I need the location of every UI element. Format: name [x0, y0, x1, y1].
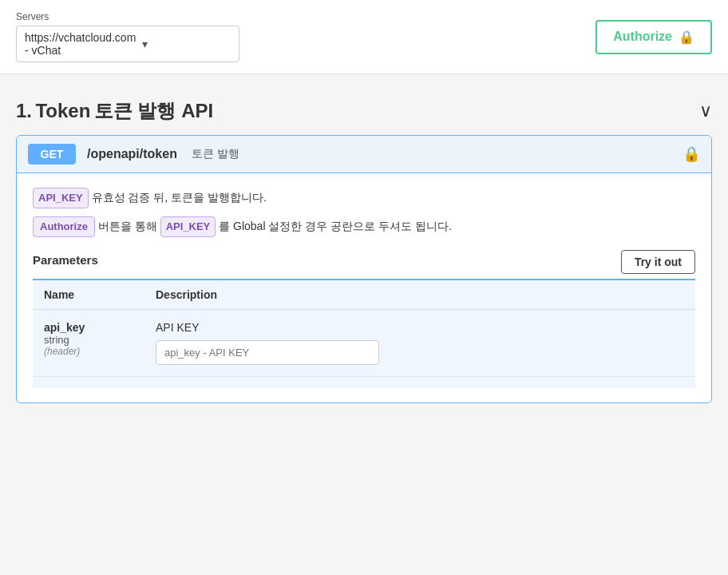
- api-key-badge-1: API_KEY: [33, 188, 89, 208]
- section-subtitle: 토큰 발행 API: [94, 100, 213, 121]
- authorize-inline-badge[interactable]: Authorize: [33, 216, 95, 237]
- http-method-badge: GET: [28, 144, 76, 165]
- main-content: 1. Token 토큰 발행 API ∨ GET /openapi/token …: [0, 74, 728, 575]
- parameters-table: Name Description api_key string (header)…: [33, 280, 695, 388]
- section-header: 1. Token 토큰 발행 API ∨: [16, 90, 712, 135]
- section-number: 1.: [16, 100, 32, 121]
- desc-text-2b: 를 Global 설정한 경우 공란으로 두셔도 됩니다.: [219, 220, 452, 232]
- table-row: api_key string (header) API KEY: [33, 310, 695, 377]
- endpoint-body: API_KEY 유효성 검증 뒤, 토큰을 발행합니다. Authorize 버…: [17, 173, 711, 402]
- lock-icon: 🔒: [679, 30, 694, 45]
- authorize-button[interactable]: Authorize 🔒: [595, 20, 712, 54]
- server-select[interactable]: https://vchatcloud.com - vChat ▾: [16, 26, 239, 62]
- description-line-2: Authorize 버튼을 통해 API_KEY 를 Global 설정한 경우…: [33, 216, 695, 237]
- params-tab-header: Parameters Try it out: [33, 250, 695, 280]
- endpoint-path: /openapi/token: [87, 147, 177, 161]
- col-description-header: Description: [156, 288, 684, 301]
- servers-section: Servers https://vchatcloud.com - vChat ▾: [16, 11, 239, 62]
- parameters-tab[interactable]: Parameters: [33, 253, 98, 272]
- header: Servers https://vchatcloud.com - vChat ▾…: [0, 0, 728, 74]
- api-key-badge-2: API_KEY: [160, 216, 216, 237]
- try-it-out-button[interactable]: Try it out: [621, 250, 695, 274]
- endpoint-block: GET /openapi/token 토큰 발행 🔒 API_KEY 유효성 검…: [16, 135, 712, 403]
- server-value: https://vchatcloud.com - vChat: [25, 31, 136, 57]
- desc-text-1: 유효성 검증 뒤, 토큰을 발행합니다.: [92, 191, 267, 204]
- endpoint-header: GET /openapi/token 토큰 발행 🔒: [17, 136, 711, 173]
- section-collapse-icon[interactable]: ∨: [699, 101, 712, 121]
- param-name: api_key: [44, 321, 156, 334]
- desc-text-2a: 버튼을 통해: [98, 220, 157, 232]
- endpoint-description: 토큰 발행: [192, 147, 239, 161]
- param-desc-cell: API KEY: [156, 321, 684, 365]
- servers-label: Servers: [16, 11, 239, 22]
- param-desc-text: API KEY: [156, 321, 684, 334]
- param-type: string: [44, 334, 156, 346]
- description-line-1: API_KEY 유효성 검증 뒤, 토큰을 발행합니다.: [33, 188, 695, 208]
- param-input-api-key[interactable]: [156, 340, 379, 365]
- section-name: Token: [35, 100, 90, 121]
- chevron-down-icon: ▾: [142, 38, 231, 50]
- authorize-label: Authorize: [613, 30, 672, 44]
- param-location: (header): [44, 346, 156, 357]
- endpoint-lock-icon: 🔒: [682, 145, 700, 163]
- params-col-headers: Name Description: [33, 280, 695, 310]
- param-name-cell: api_key string (header): [44, 321, 156, 357]
- col-name-header: Name: [44, 288, 156, 301]
- parameters-section: Parameters Try it out Name Description a…: [33, 250, 695, 388]
- section-title: 1. Token 토큰 발행 API: [16, 98, 213, 124]
